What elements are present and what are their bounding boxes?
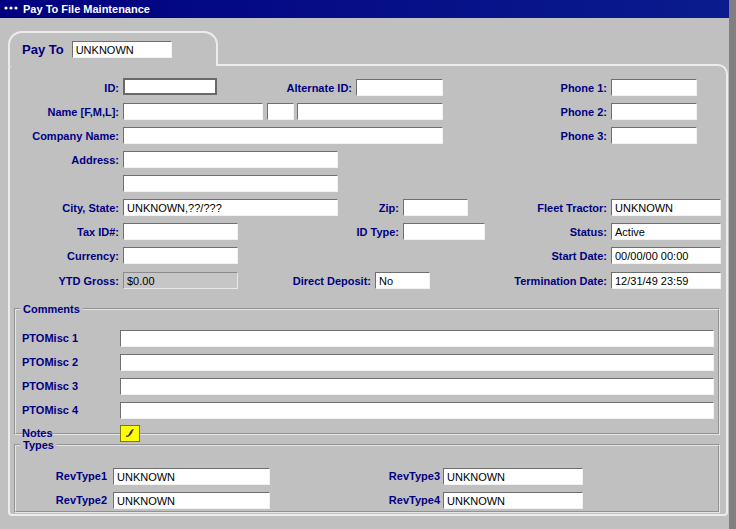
revtype1-input[interactable]: [113, 468, 270, 485]
ptomisc4-label: PTOMisc 4: [22, 404, 117, 417]
pay-to-tab[interactable]: Pay To: [8, 31, 218, 66]
phone2-input[interactable]: [611, 103, 697, 120]
revtype3-label: RevType3: [356, 470, 440, 483]
pay-to-file-maintenance-window: Pay To File Maintenance Pay To ID: Alter…: [0, 0, 736, 529]
ptomisc1-input[interactable]: [120, 330, 714, 347]
fleet-tractor-label: Fleet Tractor:: [470, 202, 607, 215]
city-state-input[interactable]: [123, 199, 338, 216]
types-group: Types RevType1 RevType2 RevType3 RevType…: [14, 439, 720, 513]
ytd-gross-label: YTD Gross:: [10, 275, 119, 288]
address2-input[interactable]: [123, 175, 338, 192]
id-type-label: ID Type:: [320, 226, 399, 239]
revtype2-input[interactable]: [113, 492, 270, 509]
zip-input[interactable]: [403, 199, 468, 216]
revtype2-label: RevType2: [36, 494, 107, 507]
comments-group-legend: Comments: [20, 303, 83, 315]
address1-input[interactable]: [123, 151, 338, 168]
id-input[interactable]: [123, 78, 217, 95]
tax-id-label: Tax ID#:: [10, 226, 119, 239]
status-label: Status:: [470, 226, 607, 239]
alternate-id-input[interactable]: [356, 79, 443, 96]
alternate-id-label: Alternate ID:: [230, 82, 352, 95]
ptomisc2-label: PTOMisc 2: [22, 356, 117, 369]
status-input[interactable]: [611, 223, 721, 240]
name-last-input[interactable]: [297, 103, 443, 120]
ptomisc3-label: PTOMisc 3: [22, 380, 117, 393]
title-bar: Pay To File Maintenance: [0, 0, 729, 18]
start-date-input[interactable]: [611, 247, 721, 264]
phone1-label: Phone 1:: [470, 82, 607, 95]
zip-label: Zip:: [330, 202, 399, 215]
company-name-input[interactable]: [123, 127, 443, 144]
types-group-legend: Types: [20, 439, 57, 451]
phone1-input[interactable]: [611, 79, 697, 96]
pay-to-input[interactable]: [72, 41, 172, 58]
phone3-input[interactable]: [611, 127, 697, 144]
termination-date-input[interactable]: [611, 272, 721, 289]
pay-to-tab-label: Pay To: [22, 42, 64, 57]
start-date-label: Start Date:: [470, 250, 607, 263]
direct-deposit-label: Direct Deposit:: [270, 275, 371, 288]
ptomisc2-input[interactable]: [120, 354, 714, 371]
direct-deposit-input[interactable]: [375, 272, 430, 289]
window-title: Pay To File Maintenance: [23, 3, 150, 15]
fleet-tractor-input[interactable]: [611, 199, 721, 216]
company-name-label: Company Name:: [10, 130, 119, 143]
id-label: ID:: [10, 82, 119, 95]
phone2-label: Phone 2:: [470, 106, 607, 119]
revtype1-label: RevType1: [36, 470, 107, 483]
ptomisc4-input[interactable]: [120, 402, 714, 419]
termination-date-label: Termination Date:: [460, 275, 607, 288]
currency-input[interactable]: [123, 247, 238, 264]
ytd-gross-input: [123, 272, 238, 289]
currency-label: Currency:: [10, 250, 119, 263]
name-first-input[interactable]: [123, 103, 263, 120]
phone3-label: Phone 3:: [470, 130, 607, 143]
name-label: Name [F,M,L]:: [10, 106, 119, 119]
window-border-right: [729, 0, 736, 529]
name-middle-input[interactable]: [267, 103, 294, 120]
revtype3-input[interactable]: [443, 468, 583, 485]
city-state-label: City, State:: [10, 202, 119, 215]
revtype4-label: RevType4: [356, 494, 440, 507]
comments-group: Comments PTOMisc 1 PTOMisc 2 PTOMisc 3 P…: [14, 303, 720, 435]
ptomisc1-label: PTOMisc 1: [22, 332, 117, 345]
app-icon: [3, 3, 19, 15]
revtype4-input[interactable]: [443, 492, 583, 509]
ptomisc3-input[interactable]: [120, 378, 714, 395]
address-label: Address:: [10, 154, 119, 167]
tax-id-input[interactable]: [123, 223, 238, 240]
